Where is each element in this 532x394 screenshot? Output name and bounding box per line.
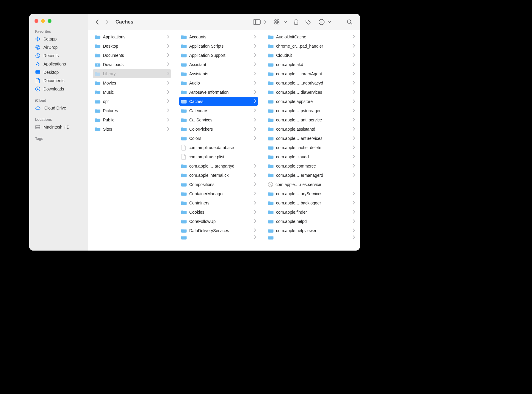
file-row[interactable]: ColorPickers <box>179 124 258 134</box>
sidebar-item-label: iCloud Drive <box>43 106 66 110</box>
sidebar-item-macintosh-hd[interactable]: Macintosh HD <box>29 123 88 131</box>
sidebar-item-airdrop[interactable]: AirDrop <box>29 43 88 51</box>
file-name: com.apple.…ermanagerd <box>276 173 350 178</box>
action-menu-button[interactable] <box>317 18 327 26</box>
file-row[interactable]: chrome_cr…pad_handler <box>266 41 357 51</box>
sidebar-item-desktop[interactable]: Desktop <box>29 68 88 76</box>
file-row[interactable]: Assistant <box>179 60 258 69</box>
file-row[interactable]: Application Support <box>179 51 258 60</box>
file-row[interactable]: Caches <box>179 97 258 106</box>
back-button[interactable] <box>93 18 101 26</box>
file-row[interactable]: Desktop <box>93 41 171 51</box>
chevron-down-icon[interactable] <box>283 18 287 26</box>
sidebar-item-label: AirDrop <box>43 45 57 50</box>
file-row[interactable]: Applications <box>93 32 171 41</box>
chevron-right-icon <box>353 62 355 67</box>
file-row[interactable]: com.apple.…backlogger <box>266 198 357 207</box>
tags-button[interactable] <box>303 18 313 26</box>
sidebar-item-documents[interactable]: Documents <box>29 76 88 85</box>
file-row[interactable]: Music <box>93 87 171 97</box>
file-row[interactable]: Calendars <box>179 106 258 115</box>
file-row[interactable]: com.apple.…ermanagerd <box>266 171 357 180</box>
file-row[interactable]: com.apple.helpd <box>266 217 357 226</box>
file-row[interactable]: com.apple.cloudd <box>266 152 357 161</box>
svg-rect-22 <box>277 22 279 24</box>
file-row[interactable]: com.apple.cache_delete <box>266 143 357 152</box>
chevron-right-icon <box>353 154 355 160</box>
file-row[interactable]: com.apple.commerce <box>266 161 357 171</box>
search-button[interactable] <box>345 18 355 26</box>
file-row[interactable]: com.apple.…pstoreagent <box>266 106 357 115</box>
file-row[interactable]: Public <box>93 115 171 124</box>
sidebar-item-recents[interactable]: Recents <box>29 51 88 60</box>
view-columns-button[interactable] <box>252 18 262 26</box>
file-row[interactable]: CallServices <box>179 115 258 124</box>
file-row[interactable]: com.apple.…..adprivacyd <box>266 78 357 87</box>
file-row[interactable] <box>179 235 258 240</box>
file-row[interactable]: DataDeliveryServices <box>179 226 258 235</box>
file-row[interactable]: Assistants <box>179 69 258 78</box>
file-row[interactable]: com.apple.finder <box>266 207 357 217</box>
file-row[interactable]: com.apple.internal.ck <box>179 171 258 180</box>
file-row[interactable]: Sites <box>93 124 171 134</box>
group-by-button[interactable] <box>273 18 283 26</box>
file-row[interactable]: Cookies <box>179 207 258 217</box>
file-row[interactable]: Library <box>93 69 171 78</box>
file-row[interactable]: Application Scripts <box>179 41 258 51</box>
file-row[interactable]: com.apple.…ant_service <box>266 115 357 124</box>
file-row[interactable]: com.apple.i…archpartyd <box>179 161 258 171</box>
file-row[interactable]: AudioUnitCache <box>266 32 357 41</box>
chevron-right-icon <box>167 90 169 95</box>
zoom-window-button[interactable] <box>48 19 51 23</box>
file-row[interactable]: Movies <box>93 78 171 87</box>
file-name: com.amplitude.plist <box>189 154 256 159</box>
file-row[interactable]: com.amplitude.plist <box>179 152 258 161</box>
file-row[interactable]: com.apple.akd <box>266 60 357 69</box>
file-row[interactable]: Containers <box>179 198 258 207</box>
file-row[interactable]: CloudKit <box>266 51 357 60</box>
chevron-right-icon <box>254 235 256 240</box>
file-row[interactable]: com.apple.…aryServices <box>266 189 357 198</box>
file-row[interactable]: Accounts <box>179 32 258 41</box>
file-row[interactable] <box>266 235 357 240</box>
file-row[interactable]: CoreFollowUp <box>179 217 258 226</box>
chevron-right-icon <box>254 219 256 224</box>
file-row[interactable]: Documents <box>93 51 171 60</box>
minimize-window-button[interactable] <box>41 19 45 23</box>
forward-button[interactable] <box>103 18 111 26</box>
view-switcher-caret-icon[interactable] <box>262 18 267 26</box>
file-row[interactable]: Autosave Information <box>179 87 258 97</box>
file-row[interactable]: opt <box>93 97 171 106</box>
file-name: com.amplitude.database <box>189 145 256 150</box>
file-name: com.apple.assistantd <box>276 127 350 132</box>
svg-point-28 <box>348 20 351 23</box>
file-row[interactable]: Downloads <box>93 60 171 69</box>
chevron-right-icon <box>167 53 169 58</box>
file-row[interactable]: Colors <box>179 134 258 143</box>
file-row[interactable]: Pictures <box>93 106 171 115</box>
sidebar-item-setapp[interactable]: Setapp <box>29 35 88 43</box>
sidebar-item-downloads[interactable]: Downloads <box>29 85 88 93</box>
file-row[interactable]: ContainerManager <box>179 189 258 198</box>
chevron-right-icon <box>254 71 256 76</box>
file-row[interactable]: com.amplitude.database <box>179 143 258 152</box>
file-name: com.apple.internal.ck <box>189 173 251 178</box>
chevron-down-icon[interactable] <box>327 18 331 26</box>
sidebar-item-icloud-drive[interactable]: iCloud Drive <box>29 104 88 112</box>
file-row[interactable]: com.apple.helpviewer <box>266 226 357 235</box>
close-window-button[interactable] <box>35 19 38 23</box>
sidebar-item-applications[interactable]: Applications <box>29 60 88 68</box>
svg-rect-11 <box>36 71 40 73</box>
file-row[interactable]: com.apple.…antServices <box>266 134 357 143</box>
file-row[interactable]: Compositions <box>179 180 258 189</box>
file-row[interactable]: com.apple.appstore <box>266 97 357 106</box>
file-row[interactable]: com.apple.assistantd <box>266 124 357 134</box>
chevron-right-icon <box>167 71 169 76</box>
svg-rect-20 <box>277 20 279 21</box>
file-row[interactable]: com.apple.…diaServices <box>266 87 357 97</box>
file-row[interactable]: Audio <box>179 78 258 87</box>
file-row[interactable]: com.apple.…ibraryAgent <box>266 69 357 78</box>
file-name: Assistant <box>189 62 251 67</box>
share-button[interactable] <box>291 18 301 26</box>
file-row[interactable]: com.apple.…ries.service <box>266 180 357 189</box>
